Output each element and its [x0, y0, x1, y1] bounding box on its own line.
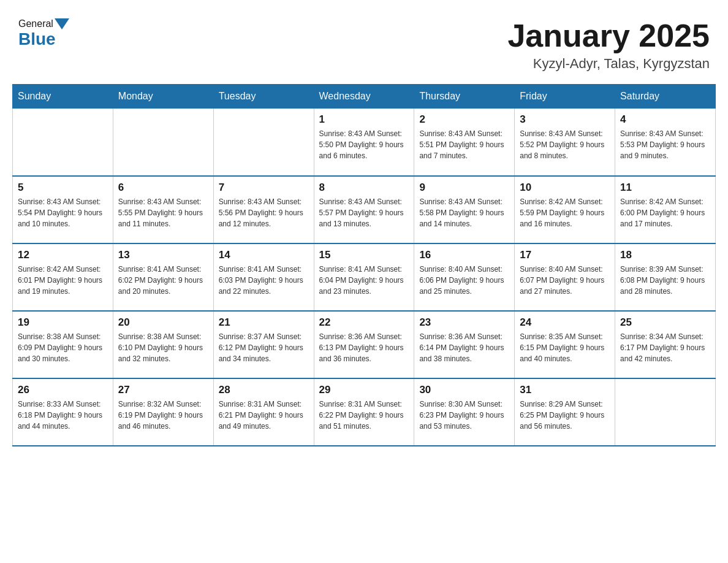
calendar-cell: 14Sunrise: 8:41 AM Sunset: 6:03 PM Dayli…	[213, 243, 314, 311]
calendar-cell: 4Sunrise: 8:43 AM Sunset: 5:53 PM Daylig…	[615, 109, 716, 176]
day-info: Sunrise: 8:31 AM Sunset: 6:22 PM Dayligh…	[319, 399, 409, 432]
logo-general-text: General	[18, 18, 53, 29]
title-block: January 2025 Kyzyl-Adyr, Talas, Kyrgyzst…	[507, 18, 710, 72]
calendar-cell: 26Sunrise: 8:33 AM Sunset: 6:18 PM Dayli…	[13, 378, 113, 446]
day-number: 31	[520, 384, 610, 396]
calendar-cell: 16Sunrise: 8:40 AM Sunset: 6:06 PM Dayli…	[414, 243, 515, 311]
day-number: 3	[520, 113, 610, 126]
calendar-week-row: 12Sunrise: 8:42 AM Sunset: 6:01 PM Dayli…	[13, 243, 716, 311]
calendar-cell: 20Sunrise: 8:38 AM Sunset: 6:10 PM Dayli…	[113, 311, 213, 378]
day-info: Sunrise: 8:31 AM Sunset: 6:21 PM Dayligh…	[219, 399, 309, 432]
day-info: Sunrise: 8:40 AM Sunset: 6:07 PM Dayligh…	[520, 264, 610, 297]
day-number: 14	[219, 249, 309, 261]
day-number: 4	[620, 113, 710, 126]
calendar-cell: 22Sunrise: 8:36 AM Sunset: 6:13 PM Dayli…	[314, 311, 414, 378]
day-number: 29	[319, 384, 409, 396]
calendar-week-row: 26Sunrise: 8:33 AM Sunset: 6:18 PM Dayli…	[13, 378, 716, 446]
day-info: Sunrise: 8:41 AM Sunset: 6:04 PM Dayligh…	[319, 264, 409, 297]
logo: General Blue	[18, 18, 70, 49]
day-number: 9	[419, 182, 509, 194]
day-info: Sunrise: 8:43 AM Sunset: 5:51 PM Dayligh…	[419, 128, 509, 161]
calendar-cell: 9Sunrise: 8:43 AM Sunset: 5:58 PM Daylig…	[414, 176, 515, 243]
calendar-cell: 10Sunrise: 8:42 AM Sunset: 5:59 PM Dayli…	[515, 176, 615, 243]
day-number: 7	[219, 182, 309, 194]
location-text: Kyzyl-Adyr, Talas, Kyrgyzstan	[507, 56, 710, 72]
day-info: Sunrise: 8:43 AM Sunset: 5:53 PM Dayligh…	[620, 128, 710, 161]
calendar-header-sunday: Sunday	[13, 85, 113, 109]
calendar-cell: 6Sunrise: 8:43 AM Sunset: 5:55 PM Daylig…	[113, 176, 213, 243]
logo-triangle-icon	[55, 18, 69, 29]
day-number: 15	[319, 249, 409, 261]
day-number: 13	[118, 249, 208, 261]
day-number: 30	[419, 384, 509, 396]
calendar-cell: 7Sunrise: 8:43 AM Sunset: 5:56 PM Daylig…	[213, 176, 314, 243]
day-info: Sunrise: 8:35 AM Sunset: 6:15 PM Dayligh…	[520, 331, 610, 364]
calendar-cell: 29Sunrise: 8:31 AM Sunset: 6:22 PM Dayli…	[314, 378, 414, 446]
calendar-cell: 28Sunrise: 8:31 AM Sunset: 6:21 PM Dayli…	[213, 378, 314, 446]
calendar-cell: 21Sunrise: 8:37 AM Sunset: 6:12 PM Dayli…	[213, 311, 314, 378]
calendar-cell: 30Sunrise: 8:30 AM Sunset: 6:23 PM Dayli…	[414, 378, 515, 446]
day-number: 6	[118, 182, 208, 194]
calendar-cell: 3Sunrise: 8:43 AM Sunset: 5:52 PM Daylig…	[515, 109, 615, 176]
calendar-header-friday: Friday	[515, 85, 615, 109]
day-info: Sunrise: 8:39 AM Sunset: 6:08 PM Dayligh…	[620, 264, 710, 297]
day-info: Sunrise: 8:29 AM Sunset: 6:25 PM Dayligh…	[520, 399, 610, 432]
calendar-week-row: 19Sunrise: 8:38 AM Sunset: 6:09 PM Dayli…	[13, 311, 716, 378]
calendar-table: SundayMondayTuesdayWednesdayThursdayFrid…	[12, 84, 716, 446]
day-info: Sunrise: 8:41 AM Sunset: 6:02 PM Dayligh…	[118, 264, 208, 297]
month-title: January 2025	[507, 18, 710, 53]
day-info: Sunrise: 8:43 AM Sunset: 5:58 PM Dayligh…	[419, 196, 509, 229]
day-info: Sunrise: 8:42 AM Sunset: 5:59 PM Dayligh…	[520, 196, 610, 229]
day-number: 24	[520, 316, 610, 329]
day-number: 21	[219, 316, 309, 329]
day-info: Sunrise: 8:42 AM Sunset: 6:01 PM Dayligh…	[18, 264, 108, 297]
calendar-cell: 1Sunrise: 8:43 AM Sunset: 5:50 PM Daylig…	[314, 109, 414, 176]
calendar-cell: 15Sunrise: 8:41 AM Sunset: 6:04 PM Dayli…	[314, 243, 414, 311]
day-number: 11	[620, 182, 710, 194]
calendar-cell: 24Sunrise: 8:35 AM Sunset: 6:15 PM Dayli…	[515, 311, 615, 378]
day-number: 19	[18, 316, 108, 329]
day-info: Sunrise: 8:41 AM Sunset: 6:03 PM Dayligh…	[219, 264, 309, 297]
day-info: Sunrise: 8:37 AM Sunset: 6:12 PM Dayligh…	[219, 331, 309, 364]
calendar-cell: 17Sunrise: 8:40 AM Sunset: 6:07 PM Dayli…	[515, 243, 615, 311]
calendar-cell	[113, 109, 213, 176]
day-number: 27	[118, 384, 208, 396]
calendar-cell: 27Sunrise: 8:32 AM Sunset: 6:19 PM Dayli…	[113, 378, 213, 446]
calendar-cell	[615, 378, 716, 446]
calendar-cell: 25Sunrise: 8:34 AM Sunset: 6:17 PM Dayli…	[615, 311, 716, 378]
calendar-header-row: SundayMondayTuesdayWednesdayThursdayFrid…	[13, 85, 716, 109]
day-number: 5	[18, 182, 108, 194]
calendar-week-row: 5Sunrise: 8:43 AM Sunset: 5:54 PM Daylig…	[13, 176, 716, 243]
day-number: 17	[520, 249, 610, 261]
day-number: 23	[419, 316, 509, 329]
day-number: 22	[319, 316, 409, 329]
day-number: 10	[520, 182, 610, 194]
calendar-header-tuesday: Tuesday	[213, 85, 314, 109]
day-info: Sunrise: 8:32 AM Sunset: 6:19 PM Dayligh…	[118, 399, 208, 432]
day-info: Sunrise: 8:40 AM Sunset: 6:06 PM Dayligh…	[419, 264, 509, 297]
day-info: Sunrise: 8:42 AM Sunset: 6:00 PM Dayligh…	[620, 196, 710, 229]
day-number: 2	[419, 113, 509, 126]
day-number: 25	[620, 316, 710, 329]
day-info: Sunrise: 8:38 AM Sunset: 6:09 PM Dayligh…	[18, 331, 108, 364]
day-number: 18	[620, 249, 710, 261]
calendar-week-row: 1Sunrise: 8:43 AM Sunset: 5:50 PM Daylig…	[13, 109, 716, 176]
day-number: 12	[18, 249, 108, 261]
calendar-header-thursday: Thursday	[414, 85, 515, 109]
day-info: Sunrise: 8:43 AM Sunset: 5:54 PM Dayligh…	[18, 196, 108, 229]
day-info: Sunrise: 8:43 AM Sunset: 5:52 PM Dayligh…	[520, 128, 610, 161]
day-number: 28	[219, 384, 309, 396]
day-info: Sunrise: 8:38 AM Sunset: 6:10 PM Dayligh…	[118, 331, 208, 364]
calendar-cell: 11Sunrise: 8:42 AM Sunset: 6:00 PM Dayli…	[615, 176, 716, 243]
day-number: 8	[319, 182, 409, 194]
page-header: General Blue January 2025 Kyzyl-Adyr, Ta…	[12, 12, 716, 72]
calendar-cell: 23Sunrise: 8:36 AM Sunset: 6:14 PM Dayli…	[414, 311, 515, 378]
day-info: Sunrise: 8:36 AM Sunset: 6:13 PM Dayligh…	[319, 331, 409, 364]
day-number: 1	[319, 113, 409, 126]
calendar-cell: 19Sunrise: 8:38 AM Sunset: 6:09 PM Dayli…	[13, 311, 113, 378]
day-number: 16	[419, 249, 509, 261]
day-number: 26	[18, 384, 108, 396]
day-info: Sunrise: 8:43 AM Sunset: 5:50 PM Dayligh…	[319, 128, 409, 161]
day-info: Sunrise: 8:30 AM Sunset: 6:23 PM Dayligh…	[419, 399, 509, 432]
calendar-header-saturday: Saturday	[615, 85, 716, 109]
